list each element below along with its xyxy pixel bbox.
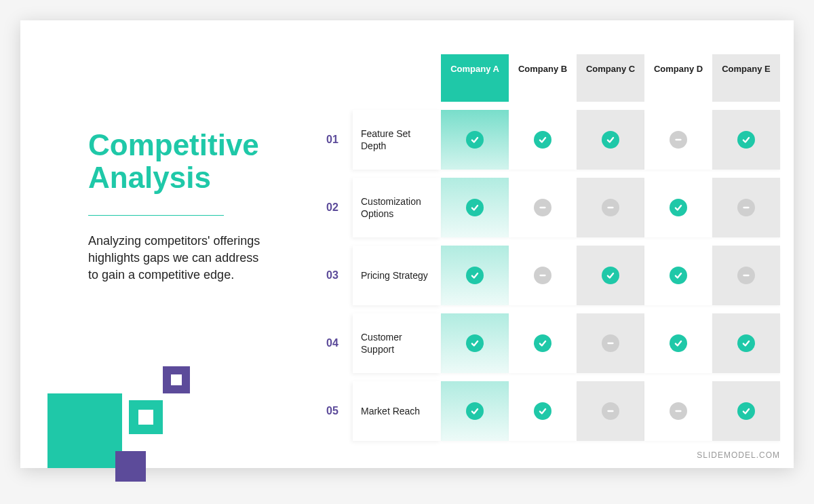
matrix-cell: [577, 313, 644, 373]
matrix-cell: [509, 381, 577, 441]
matrix-cell: [577, 110, 644, 170]
row-label: Pricing Strategy: [353, 246, 441, 305]
table-row: 04Customer Support: [312, 313, 780, 373]
check-icon: [466, 267, 484, 284]
dash-icon: [602, 334, 619, 352]
matrix-cell: [441, 178, 509, 237]
matrix-cell: [644, 246, 712, 305]
table-row: 03Pricing Strategy: [312, 246, 780, 305]
watermark: SLIDEMODEL.COM: [697, 450, 780, 460]
matrix-cell: [509, 178, 577, 237]
check-icon: [670, 267, 687, 284]
check-icon: [737, 131, 755, 149]
dash-icon: [534, 267, 551, 284]
matrix-cell: [509, 313, 577, 373]
decor-purple-ring: [163, 366, 190, 393]
check-icon: [466, 199, 484, 216]
matrix-cell: [441, 381, 509, 441]
slide-title: Competitive Analysis: [88, 129, 292, 195]
row-label: Market Reach: [353, 381, 441, 441]
column-header-company-a: Company A: [441, 54, 509, 102]
matrix-cell: [712, 313, 780, 373]
title-divider: [88, 215, 224, 216]
row-label: Customization Options: [353, 178, 441, 237]
table-row: 02Customization Options: [312, 178, 780, 237]
decor-purple-square: [115, 451, 146, 482]
matrix-cell: [644, 381, 712, 441]
matrix-cell: [509, 246, 577, 305]
row-label: Feature Set Depth: [353, 110, 441, 170]
table-row: 01Feature Set Depth: [312, 110, 780, 170]
column-header-company-c: Company C: [577, 54, 644, 102]
dash-icon: [670, 131, 687, 149]
dash-icon: [737, 199, 755, 216]
check-icon: [466, 334, 484, 352]
row-number: 04: [312, 313, 353, 373]
dash-icon: [534, 199, 551, 216]
matrix-cell: [712, 178, 780, 237]
matrix-cell: [712, 381, 780, 441]
comparison-matrix: Company A Company B Company C Company D …: [312, 54, 780, 441]
slide: Competitive Analysis Analyzing competito…: [20, 20, 794, 468]
decor-teal-ring: [129, 400, 163, 434]
check-icon: [737, 402, 755, 420]
row-number: 03: [312, 246, 353, 305]
check-icon: [534, 402, 551, 420]
check-icon: [534, 334, 551, 352]
check-icon: [602, 131, 619, 149]
check-icon: [602, 267, 619, 284]
matrix-cell: [577, 246, 644, 305]
check-icon: [466, 402, 484, 420]
row-number: 05: [312, 381, 353, 441]
left-panel: Competitive Analysis Analyzing competito…: [88, 129, 292, 284]
dash-icon: [737, 267, 755, 284]
check-icon: [534, 131, 551, 149]
matrix-cell: [712, 246, 780, 305]
table-row: 05Market Reach: [312, 381, 780, 441]
matrix-cell: [441, 110, 509, 170]
matrix-cell: [644, 178, 712, 237]
check-icon: [737, 334, 755, 352]
matrix-cell: [644, 110, 712, 170]
matrix-cell: [441, 246, 509, 305]
row-number: 01: [312, 110, 353, 170]
slide-description: Analyzing competitors' offerings highlig…: [88, 233, 265, 284]
matrix-headers: Company A Company B Company C Company D …: [312, 54, 780, 102]
check-icon: [466, 131, 484, 149]
matrix-cell: [644, 313, 712, 373]
matrix-cell: [712, 110, 780, 170]
decor-teal-square: [47, 393, 122, 468]
check-icon: [670, 334, 687, 352]
check-icon: [670, 199, 687, 216]
matrix-cell: [577, 381, 644, 441]
row-number: 02: [312, 178, 353, 237]
column-header-company-e: Company E: [712, 54, 780, 102]
row-label: Customer Support: [353, 313, 441, 373]
matrix-cell: [441, 313, 509, 373]
column-header-company-b: Company B: [509, 54, 577, 102]
header-spacer: [353, 54, 441, 102]
matrix-body: 01Feature Set Depth02Customization Optio…: [312, 110, 780, 441]
matrix-cell: [577, 178, 644, 237]
dash-icon: [602, 402, 619, 420]
dash-icon: [670, 402, 687, 420]
column-header-company-d: Company D: [644, 54, 712, 102]
dash-icon: [602, 199, 619, 216]
header-spacer: [312, 54, 353, 102]
matrix-cell: [509, 110, 577, 170]
